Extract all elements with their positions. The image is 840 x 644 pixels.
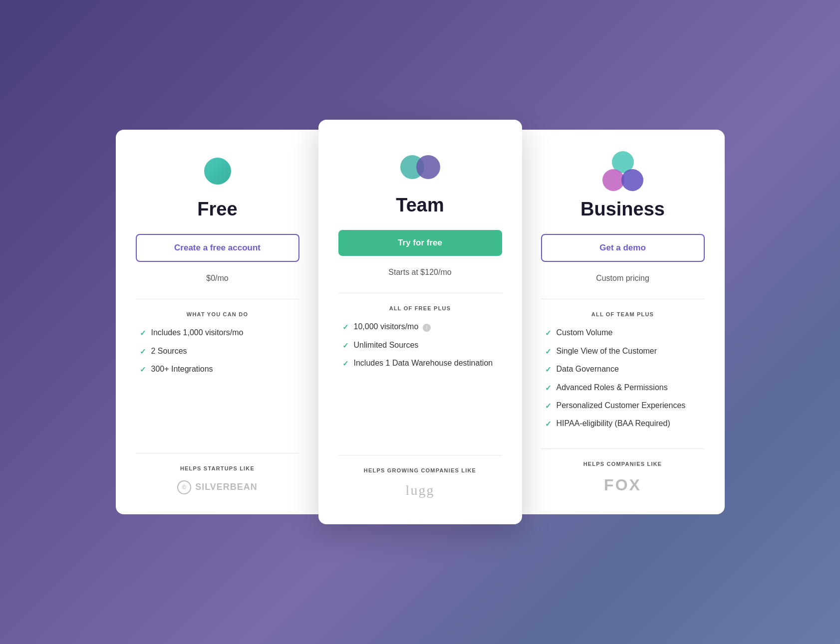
lugg-text: lugg: [406, 482, 435, 498]
free-features-heading: WHAT YOU CAN DO: [136, 311, 299, 317]
feature-text: Includes 1 Data Warehouse destination: [354, 358, 493, 369]
check-icon: ✓: [140, 364, 146, 375]
list-item: ✓ Advanced Roles & Permissions: [545, 382, 705, 393]
business-plan-price: Custom pricing: [541, 274, 705, 283]
free-features-section: WHAT YOU CAN DO ✓ Includes 1,000 visitor…: [136, 311, 299, 440]
list-item: ✓ HIPAA-eligibility (BAA Required): [545, 418, 705, 429]
free-plan-cta[interactable]: Create a free account: [136, 234, 299, 262]
list-item: ✓ Personalized Customer Experiences: [545, 400, 705, 411]
team-plan-price: Starts at $120/mo: [338, 268, 502, 277]
feature-text: 10,000 visitors/mo i: [354, 321, 431, 332]
business-icon-circle-bottom-left: [602, 169, 624, 191]
check-icon: ✓: [545, 346, 552, 357]
feature-text: 2 Sources: [151, 346, 187, 357]
team-cta-button[interactable]: Try for free: [338, 230, 502, 256]
free-plan-icon: [136, 154, 299, 189]
team-helps-label: HELPS GROWING COMPANIES LIKE: [338, 467, 502, 473]
list-item: ✓ Includes 1,000 visitors/mo: [140, 327, 299, 338]
team-helps-section: HELPS GROWING COMPANIES LIKE lugg: [338, 443, 502, 498]
business-plan-icon: [541, 154, 705, 189]
free-helps-label: HELPS STARTUPS LIKE: [136, 465, 299, 471]
list-item: ✓ Data Governance: [545, 364, 705, 375]
free-cta-button[interactable]: Create a free account: [136, 234, 299, 262]
feature-text: HIPAA-eligibility (BAA Required): [557, 418, 670, 429]
list-item: ✓ 2 Sources: [140, 346, 299, 357]
check-icon: ✓: [545, 383, 552, 393]
list-item: ✓ 10,000 visitors/mo i: [342, 321, 502, 332]
check-icon: ✓: [140, 346, 146, 357]
lugg-logo: lugg: [338, 482, 502, 498]
business-icon-circles: [600, 151, 645, 191]
list-item: ✓ Includes 1 Data Warehouse destination: [342, 358, 502, 369]
free-helps-section: HELPS STARTUPS LIKE © SILVERBEAN: [136, 441, 299, 494]
feature-text: Data Governance: [557, 364, 619, 375]
team-features-heading: ALL OF FREE PLUS: [338, 305, 502, 311]
feature-text: Includes 1,000 visitors/mo: [151, 327, 244, 338]
silverbean-logo: © SILVERBEAN: [136, 480, 299, 494]
business-features-section: ALL OF TEAM PLUS ✓ Custom Volume ✓ Singl…: [541, 311, 705, 436]
team-icon-circle-right: [416, 155, 440, 179]
list-item: ✓ Custom Volume: [545, 327, 705, 338]
free-divider: [136, 299, 299, 299]
silverbean-text: SILVERBEAN: [195, 482, 258, 492]
feature-text: Advanced Roles & Permissions: [557, 382, 668, 393]
info-icon[interactable]: i: [423, 324, 431, 332]
free-icon-circle: [204, 158, 231, 185]
list-item: ✓ 300+ Integrations: [140, 364, 299, 375]
business-plan-card: Business Get a demo Custom pricing ALL O…: [521, 130, 725, 514]
free-feature-list: ✓ Includes 1,000 visitors/mo ✓ 2 Sources…: [140, 327, 299, 375]
silverbean-copyright-icon: ©: [177, 480, 191, 494]
check-icon: ✓: [545, 419, 552, 429]
team-plan-icon: [338, 150, 502, 185]
business-divider: [541, 299, 705, 299]
feature-text: Personalized Customer Experiences: [557, 400, 686, 411]
team-divider: [338, 293, 502, 293]
business-features-heading: ALL OF TEAM PLUS: [541, 311, 705, 317]
business-cta-button[interactable]: Get a demo: [541, 234, 705, 262]
list-item: ✓ Unlimited Sources: [342, 340, 502, 351]
check-icon: ✓: [342, 322, 349, 332]
free-plan-card: Free Create a free account $0/mo WHAT YO…: [116, 130, 319, 514]
feature-text: Single View of the Customer: [557, 346, 657, 357]
business-feature-list: ✓ Custom Volume ✓ Single View of the Cus…: [545, 327, 705, 429]
team-icon-circles: [400, 154, 440, 181]
team-feature-list: ✓ 10,000 visitors/mo i ✓ Unlimited Sourc…: [342, 321, 502, 369]
business-helps-label: HELPS COMPANIES LIKE: [541, 461, 705, 467]
business-helps-divider: [541, 448, 705, 449]
check-icon: ✓: [545, 328, 552, 338]
feature-text: Custom Volume: [557, 327, 613, 338]
pricing-container: Free Create a free account $0/mo WHAT YO…: [116, 130, 725, 514]
feature-text: 300+ Integrations: [151, 364, 213, 375]
fox-text: FOX: [604, 476, 641, 494]
fox-logo: FOX: [541, 476, 705, 494]
team-features-section: ALL OF FREE PLUS ✓ 10,000 visitors/mo i …: [338, 305, 502, 442]
check-icon: ✓: [545, 401, 552, 411]
team-plan-name: Team: [338, 195, 502, 216]
free-helps-divider: [136, 453, 299, 453]
business-plan-name: Business: [541, 199, 705, 220]
business-icon-circle-bottom-right: [621, 169, 643, 191]
business-helps-section: HELPS COMPANIES LIKE FOX: [541, 436, 705, 494]
list-item: ✓ Single View of the Customer: [545, 346, 705, 357]
check-icon: ✓: [342, 358, 349, 369]
free-plan-price: $0/mo: [136, 274, 299, 283]
feature-text: Unlimited Sources: [354, 340, 419, 351]
business-plan-cta[interactable]: Get a demo: [541, 234, 705, 262]
team-plan-cta[interactable]: Try for free: [338, 230, 502, 256]
free-plan-name: Free: [136, 199, 299, 220]
check-icon: ✓: [140, 328, 146, 338]
check-icon: ✓: [545, 364, 552, 375]
team-helps-divider: [338, 455, 502, 455]
check-icon: ✓: [342, 340, 349, 351]
team-plan-card: Team Try for free Starts at $120/mo ALL …: [318, 120, 522, 524]
